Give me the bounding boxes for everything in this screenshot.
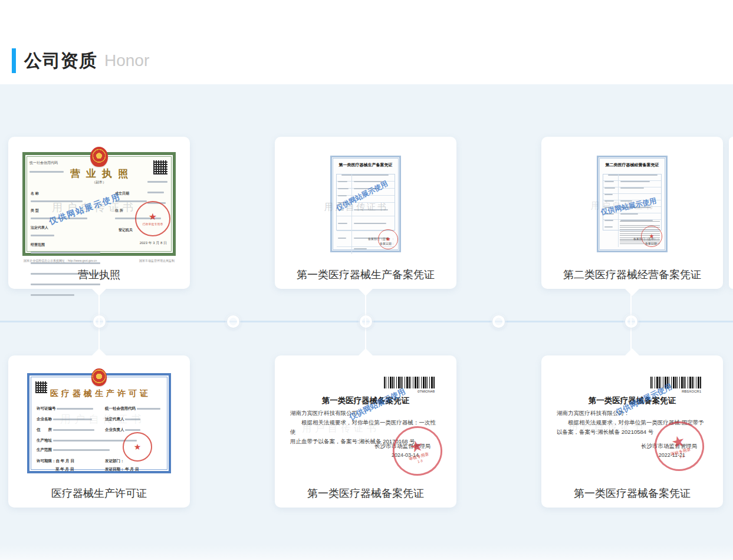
record-certificate-image: 第一类医疗器械生产备案凭证 备案部门（盖章）： 备案日期： ★ — [330, 156, 401, 252]
connector-tail-icon — [91, 348, 107, 356]
seal-number: 1-3 — [679, 454, 685, 459]
license-subtitle: （副本） — [25, 180, 173, 185]
record-title: 第一类医疗器械生产备案凭证 — [332, 162, 399, 168]
license-title: 医疗器械生产许可证 — [29, 388, 169, 399]
national-emblem-icon — [90, 147, 108, 167]
license-date: 2023 年 3 月 8 日 — [140, 241, 167, 245]
timeline-node — [492, 315, 505, 328]
issue-dept: 发证部门： — [105, 459, 124, 464]
credit-code-label: 统一社会信用代码 — [29, 161, 64, 165]
field-legal-label: 法定代表人 — [31, 226, 109, 230]
red-seal: ★ 行政审批专用章 — [135, 201, 170, 236]
timeline-node — [360, 315, 372, 328]
field-name-label: 名 称 — [31, 192, 109, 196]
connector-tail-icon — [624, 288, 640, 296]
certificate-card-production-license[interactable]: 医疗器械生产许可证 许可证编号 统一社会信用代码 企业名称 法定代表人 住 所 … — [8, 355, 190, 508]
business-license-image: 统一社会信用代码 营业执照 （副本） 名 称 类 型 法定代表人 经营范围 — [22, 152, 176, 256]
section-title-en: Honor — [104, 51, 149, 70]
card-caption: 第一类医疗器械备案凭证 — [541, 486, 723, 500]
certificate-card-class2-business-record[interactable]: 第二类医疗器械经营备案凭证 备案部门（盖章）： 备案日期： ★ — [541, 137, 723, 289]
document-title: 第一类医疗器械备案凭证 — [275, 396, 456, 406]
connector-tail-icon — [624, 348, 640, 356]
license-title: 营业执照 — [25, 167, 173, 180]
period-to: 至 年 月 日 — [55, 467, 74, 472]
document-title: 第一类医疗器械备案凭证 — [541, 396, 723, 406]
label-license-no: 许可证编号 — [37, 406, 56, 410]
label-credit-code: 统一社会信用代码 — [105, 406, 136, 410]
certificate-card-class1-record-2[interactable]: RBSXOCR1 第一类医疗器械备案凭证 湖南力宾医疗科技有限公司： 根据相关法… — [541, 355, 723, 508]
label-address: 生产地址 — [37, 438, 52, 442]
label-legal: 法定代表人 — [105, 417, 124, 421]
license-footer-right: 国家市场监督管理总局监制 — [139, 259, 175, 262]
field-type-label: 类 型 — [31, 209, 109, 213]
label-company: 企业名称 — [37, 417, 52, 421]
barcode — [650, 377, 701, 388]
certificate-card-class1-record-1[interactable]: 07MION48 第一类医疗器械备案凭证 湖南力宾医疗科技有限公司： 根据相关法… — [275, 355, 456, 508]
card-caption: 第二类医疗器械经营备案凭证 — [541, 268, 723, 282]
field-scope-label: 经营范围 — [31, 243, 109, 247]
card-caption: 第一类医疗器械生产备案凭证 — [275, 268, 456, 282]
registrar-label: 登记机关 — [119, 228, 133, 232]
connector-tail-icon — [358, 348, 373, 356]
section-title-cn: 公司资质 — [24, 49, 97, 73]
national-emblem-icon — [91, 368, 107, 386]
red-seal: ★ — [378, 229, 398, 249]
honor-section: 统一社会信用代码 营业执照 （副本） 名 称 类 型 法定代表人 经营范围 — [0, 84, 733, 560]
next-card-sliver[interactable] — [729, 137, 733, 289]
timeline-node — [625, 315, 637, 328]
certificate-card-business-license[interactable]: 统一社会信用代码 营业执照 （副本） 名 称 类 型 法定代表人 经营范围 — [8, 137, 190, 289]
issue-date: 发证日期： 年 月 日 — [105, 467, 139, 472]
barcode — [384, 377, 435, 388]
connector-tail-icon — [358, 288, 373, 296]
production-license-image: 医疗器械生产许可证 许可证编号 统一社会信用代码 企业名称 法定代表人 住 所 … — [27, 373, 171, 473]
card-caption: 第一类医疗器械备案凭证 — [275, 486, 456, 500]
header-accent-bar — [12, 48, 16, 73]
period-from: 许可期限：自 年 月 日 — [37, 459, 74, 464]
timeline-node — [93, 315, 106, 328]
record-table — [336, 174, 395, 230]
barcode-label: RBSXOCR1 — [650, 390, 701, 393]
record-table — [603, 174, 662, 230]
company-honor-page: 公司资质 Honor 统一社会信用代码 — [0, 0, 733, 560]
seal-text: 行政审批专用章 — [143, 222, 163, 226]
barcode-label: 07MION48 — [384, 390, 435, 393]
body-line1: 湖南力宾医疗科技有限公司： — [290, 409, 441, 418]
field-established-label: 成立日期 — [115, 192, 169, 196]
card-caption: 医疗器械生产许可证 — [8, 486, 190, 500]
label-scope: 生产范围 — [37, 447, 52, 452]
label-residence: 住 所 — [37, 427, 52, 431]
section-header: 公司资质 Honor — [12, 48, 149, 73]
record-title: 第二类医疗器械经营备案凭证 — [599, 162, 666, 168]
red-seal: ★ — [641, 226, 662, 247]
body-line1: 湖南力宾医疗科技有限公司： — [557, 409, 708, 418]
card-caption: 营业执照 — [8, 268, 190, 282]
record-certificate-image: 第二类医疗器械经营备案凭证 备案部门（盖章）： 备案日期： ★ — [597, 156, 668, 252]
timeline-node — [227, 315, 239, 328]
seal-number: 1-3 — [417, 459, 423, 464]
certificate-card-class1-production-record[interactable]: 第一类医疗器械生产备案凭证 备案部门（盖章）： 备案日期： ★ — [275, 137, 456, 289]
label-manager: 企业负责人 — [105, 427, 124, 431]
license-footer-left: 国家企业信用信息公示系统网址：http://www.gsxt.gov.cn — [24, 259, 97, 262]
red-seal: ★ — [123, 432, 152, 462]
